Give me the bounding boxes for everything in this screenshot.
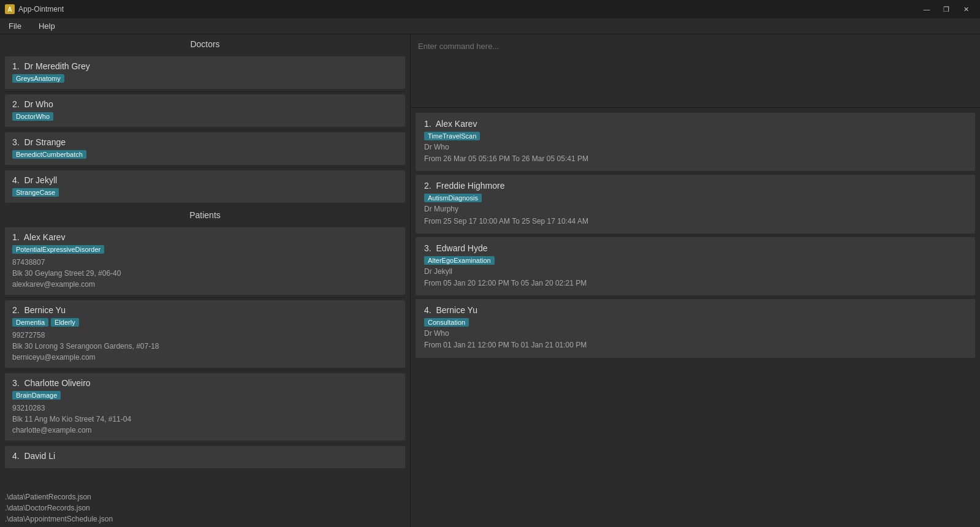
patient-list-item[interactable]: 4. David Li [5, 446, 405, 468]
patient-email: charlotte@example.com [12, 425, 398, 436]
appt-tag: AlterEgoExamination [424, 256, 495, 265]
minimize-button[interactable]: — [917, 3, 936, 15]
doctor-name: 1. Dr Meredith Grey [12, 61, 398, 71]
file-item: .\data\DoctorRecords.json [5, 502, 405, 514]
patient-details: 99272758Blk 30 Lorong 3 Serangoon Garden… [12, 330, 398, 363]
patient-list-item[interactable]: 1. Alex Karev PotentialExpressiveDisorde… [5, 227, 405, 295]
close-button[interactable]: ✕ [957, 3, 975, 15]
file-items-container: .\data\PatientRecords.json.\data\DoctorR… [5, 491, 405, 525]
patient-details: 87438807Blk 30 Geylang Street 29, #06-40… [12, 257, 398, 290]
patient-tag: BrainDamage [12, 391, 61, 400]
doctor-list-item[interactable]: 3. Dr Strange BenedictCumberbatch [5, 132, 405, 165]
appt-tag: AutismDiagnosis [424, 194, 482, 202]
window-controls: — ❐ ✕ [917, 3, 975, 15]
appointment-item[interactable]: 3. Edward Hyde AlterEgoExamination Dr Je… [416, 237, 975, 295]
patient-tag: PotentialExpressiveDisorder [12, 245, 104, 254]
patient-email: alexkarev@example.com [12, 279, 398, 290]
patients-section-header: Patients [0, 205, 410, 225]
main-layout: Doctors 1. Dr Meredith Grey GreysAnatomy… [0, 34, 980, 527]
restore-button[interactable]: ❐ [937, 3, 955, 15]
patient-list-item[interactable]: 2. Bernice Yu DementiaElderly 99272758Bl… [5, 300, 405, 368]
appt-tag: TimeTravelScan [424, 132, 480, 140]
appt-patient-name: 4. Bernice Yu [424, 305, 967, 315]
appt-patient-name: 3. Edward Hyde [424, 243, 967, 253]
appt-doctor: Dr Who [424, 142, 967, 153]
doctor-list-item[interactable]: 4. Dr Jekyll StrangeCase [5, 170, 405, 203]
appt-doctor: Dr Who [424, 328, 967, 339]
command-input[interactable] [418, 39, 973, 53]
appt-doctor: Dr Jekyll [424, 266, 967, 278]
doctor-name: 4. Dr Jekyll [12, 175, 398, 185]
patient-tag: Dementia [12, 318, 48, 327]
patient-tag: Elderly [51, 318, 79, 327]
patient-details: 93210283Blk 11 Ang Mo Kio Street 74, #11… [12, 403, 398, 436]
patient-phone: 87438807 [12, 257, 398, 268]
appt-time: From 01 Jan 21 12:00 PM To 01 Jan 21 01:… [424, 339, 967, 351]
menu-help[interactable]: Help [35, 20, 59, 32]
app-icon: A [5, 4, 15, 14]
doctor-list-item[interactable]: 1. Dr Meredith Grey GreysAnatomy [5, 56, 405, 89]
left-scroll[interactable]: Doctors 1. Dr Meredith Grey GreysAnatomy… [0, 34, 410, 489]
doctor-name: 2. Dr Who [12, 99, 398, 109]
patient-name: 1. Alex Karev [12, 232, 398, 242]
appt-patient-name: 1. Alex Karev [424, 119, 967, 129]
patient-address: Blk 30 Lorong 3 Serangoon Gardens, #07-1… [12, 341, 398, 352]
doctors-list: 1. Dr Meredith Grey GreysAnatomy 2. Dr W… [0, 56, 410, 203]
appt-time: From 25 Sep 17 10:00 AM To 25 Sep 17 10:… [424, 216, 967, 227]
patient-name: 3. Charlotte Oliveiro [12, 378, 398, 388]
patient-address: Blk 30 Geylang Street 29, #06-40 [12, 268, 398, 279]
patient-address: Blk 11 Ang Mo Kio Street 74, #11-04 [12, 414, 398, 425]
appointments-scroll[interactable]: 1. Alex Karev TimeTravelScan Dr Who From… [411, 108, 980, 527]
command-area-extra [418, 53, 973, 102]
file-item: .\data\AppointmentSchedule.json [5, 514, 405, 525]
appointments-list: 1. Alex Karev TimeTravelScan Dr Who From… [416, 113, 975, 358]
patient-name: 2. Bernice Yu [12, 305, 398, 315]
appt-patient-name: 2. Freddie Highmore [424, 181, 967, 191]
patient-email: berniceyu@example.com [12, 352, 398, 363]
appt-time: From 05 Jan 20 12:00 PM To 05 Jan 20 02:… [424, 278, 967, 289]
patient-name: 4. David Li [12, 451, 398, 461]
appt-tag: Consultation [424, 318, 469, 327]
doctor-list-item[interactable]: 2. Dr Who DoctorWho [5, 94, 405, 127]
file-list: .\data\PatientRecords.json.\data\DoctorR… [0, 489, 410, 527]
appt-time: From 26 Mar 05 05:16 PM To 26 Mar 05 05:… [424, 153, 967, 165]
appointment-item[interactable]: 1. Alex Karev TimeTravelScan Dr Who From… [416, 113, 975, 171]
appointment-item[interactable]: 2. Freddie Highmore AutismDiagnosis Dr M… [416, 175, 975, 233]
appt-doctor: Dr Murphy [424, 203, 967, 215]
menu-file[interactable]: File [5, 20, 25, 32]
patient-phone: 93210283 [12, 403, 398, 414]
patient-list-item[interactable]: 3. Charlotte Oliveiro BrainDamage 932102… [5, 373, 405, 441]
doctor-tag: GreysAnatomy [12, 74, 64, 83]
patients-list: 1. Alex Karev PotentialExpressiveDisorde… [0, 227, 410, 468]
doctor-tag: DoctorWho [12, 112, 53, 121]
menubar: File Help [0, 18, 980, 34]
command-input-area [411, 34, 980, 108]
doctor-name: 3. Dr Strange [12, 137, 398, 147]
doctors-section-header: Doctors [0, 34, 410, 54]
titlebar: A App-Ointment — ❐ ✕ [0, 0, 980, 18]
appointment-item[interactable]: 4. Bernice Yu Consultation Dr Who From 0… [416, 299, 975, 357]
doctor-tag: BenedictCumberbatch [12, 150, 86, 159]
doctor-tag: StrangeCase [12, 188, 59, 197]
titlebar-title: App-Ointment [18, 5, 64, 13]
file-item: .\data\PatientRecords.json [5, 491, 405, 502]
patient-phone: 99272758 [12, 330, 398, 341]
left-panel: Doctors 1. Dr Meredith Grey GreysAnatomy… [0, 34, 411, 527]
right-panel: 1. Alex Karev TimeTravelScan Dr Who From… [411, 34, 980, 527]
titlebar-left: A App-Ointment [5, 4, 64, 14]
